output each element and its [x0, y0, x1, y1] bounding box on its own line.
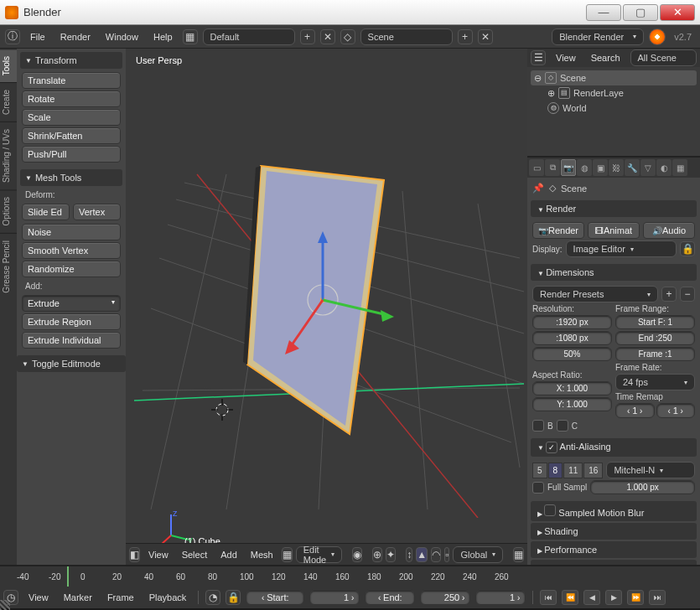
render-panel-header[interactable]: Render	[531, 200, 697, 217]
mode-icon[interactable]: ▦	[282, 547, 293, 562]
render-presets-dropdown[interactable]: Render Presets▾	[532, 286, 658, 302]
tab-constraints-icon[interactable]: ⛓	[609, 159, 624, 176]
timeline-menu-marker[interactable]: Marker	[59, 589, 97, 606]
aa-5-button[interactable]: 5	[532, 463, 547, 478]
tab-grease-pencil[interactable]: Grease Pencil	[0, 233, 17, 300]
jump-to-end-icon[interactable]: ⏭	[649, 590, 666, 605]
tab-renderlayers-icon[interactable]: ⧉	[545, 159, 560, 176]
window-minimize-button[interactable]: —	[586, 4, 621, 21]
aa-enable-checkbox[interactable]	[546, 442, 557, 453]
end-frame-value[interactable]: 250 ›	[420, 590, 470, 605]
shading-panel-header[interactable]: Shading	[531, 523, 697, 540]
manipulator-scale-icon[interactable]: ▫	[444, 547, 449, 562]
end-frame-field[interactable]: End :250	[615, 331, 695, 345]
motion-blur-panel-header[interactable]: Sampled Motion Blur	[531, 501, 697, 521]
lock-time-icon[interactable]: 🔒	[226, 590, 241, 605]
noise-button[interactable]: Noise	[22, 224, 121, 240]
drag-corner-icon[interactable]	[0, 600, 10, 610]
outliner-renderlayers-row[interactable]: ⊕ ▤ RenderLaye	[531, 85, 697, 101]
tab-tools[interactable]: Tools	[0, 49, 17, 82]
start-frame-value[interactable]: 1 ›	[309, 590, 360, 605]
remap-new-field[interactable]: ‹ 1 ›	[656, 403, 696, 418]
aa-8-button[interactable]: 8	[548, 463, 563, 478]
end-frame-field-timeline[interactable]: ‹ End:	[365, 590, 415, 605]
outliner-menu-search[interactable]: Search	[586, 49, 625, 66]
post-processing-panel-header[interactable]: Post Processing	[531, 560, 697, 565]
tab-modifiers-icon[interactable]: 🔧	[625, 159, 640, 176]
editor-type-icon[interactable]: ⓘ	[5, 29, 20, 44]
render-button[interactable]: 📷Render	[532, 222, 584, 239]
aa-11-button[interactable]: 11	[563, 463, 583, 478]
current-frame-field[interactable]: 1 ›	[475, 590, 526, 605]
outliner-world-row[interactable]: ◍ World	[531, 101, 697, 116]
screen-layout-dropdown[interactable]: Default	[203, 28, 295, 45]
remap-old-field[interactable]: ‹ 1 ›	[615, 403, 655, 418]
tab-data-icon[interactable]: ▽	[640, 159, 656, 176]
tab-shading-uvs[interactable]: Shading / UVs	[0, 121, 17, 189]
menu-help[interactable]: Help	[148, 28, 178, 45]
aa-filter-dropdown[interactable]: Mitchell-N▾	[606, 462, 695, 478]
motion-blur-checkbox[interactable]	[544, 504, 556, 516]
menu-file[interactable]: File	[25, 28, 50, 45]
jump-to-start-icon[interactable]: ⏮	[540, 590, 557, 605]
push-pull-button[interactable]: Push/Pull	[22, 146, 121, 163]
dimensions-panel-header[interactable]: Dimensions	[531, 264, 697, 281]
meshtools-panel-header[interactable]: Mesh Tools	[20, 169, 122, 186]
timeline-menu-view[interactable]: View	[23, 589, 54, 606]
render-engine-dropdown[interactable]: Blender Render▾	[552, 28, 644, 45]
randomize-button[interactable]: Randomize	[22, 261, 121, 277]
manipulator-translate-icon[interactable]: ▲	[416, 547, 428, 562]
pivot-individual-icon[interactable]: ✦	[386, 547, 396, 562]
scene-dropdown[interactable]: Scene	[360, 28, 453, 45]
extrude-individual-button[interactable]: Extrude Individual	[22, 332, 121, 349]
menu-window[interactable]: Window	[101, 28, 143, 45]
outliner-menu-view[interactable]: View	[551, 49, 581, 66]
aspect-y-field[interactable]: Y: 1.000	[532, 397, 612, 411]
fps-dropdown[interactable]: 24 fps▾	[615, 374, 695, 390]
layout-delete-button[interactable]: ✕	[320, 29, 335, 44]
resolution-x-field[interactable]: :1920 px	[532, 315, 612, 329]
keyframe-next-icon[interactable]: ⏩	[627, 590, 644, 605]
animation-button[interactable]: 🎞Animat	[588, 222, 640, 239]
3dview-menu-view[interactable]: View	[143, 546, 174, 563]
pixel-filter-size-field[interactable]: 1.000 px	[590, 480, 695, 494]
full-sample-checkbox[interactable]	[532, 482, 544, 494]
shrink-fatten-button[interactable]: Shrink/Fatten	[22, 127, 121, 144]
outliner-scene-row[interactable]: ⊖ ◇ Scene	[531, 70, 697, 85]
timeline-ruler[interactable]: -40 -20 0 20 40 60 80 100 120 140 160 18…	[0, 566, 700, 587]
preset-add-button[interactable]: +	[661, 287, 677, 302]
3dview-menu-add[interactable]: Add	[215, 546, 242, 563]
scene-browse-icon[interactable]: ◇	[340, 29, 355, 44]
3dview-editor-icon[interactable]: ◧	[129, 547, 140, 562]
extrude-region-button[interactable]: Extrude Region	[22, 313, 121, 330]
resolution-pct-field[interactable]: 50%	[532, 347, 612, 361]
crop-checkbox[interactable]	[557, 420, 568, 432]
slide-edge-button[interactable]: Slide Ed	[22, 204, 70, 220]
frame-step-field[interactable]: Frame :1	[615, 347, 695, 361]
playhead[interactable]	[67, 566, 69, 587]
tab-render-icon[interactable]: ▭	[529, 159, 544, 176]
timeline-menu-frame[interactable]: Frame	[102, 589, 139, 606]
translate-button[interactable]: Translate	[22, 72, 121, 89]
use-preview-range-icon[interactable]: ◔	[205, 590, 220, 605]
tab-texture-icon[interactable]: ▦	[672, 159, 687, 176]
tab-options[interactable]: Options	[0, 189, 17, 232]
outliner-display-mode[interactable]: All Scene	[630, 49, 697, 66]
scene-add-button[interactable]: +	[458, 29, 473, 44]
resolution-y-field[interactable]: :1080 px	[532, 331, 612, 345]
menu-render[interactable]: Render	[55, 28, 96, 45]
tab-create[interactable]: Create	[0, 82, 17, 121]
3d-viewport[interactable]: User Persp	[126, 49, 527, 565]
layout-browse-icon[interactable]: ▦	[183, 29, 198, 44]
transform-panel-header[interactable]: Transform	[20, 52, 122, 69]
aa-16-button[interactable]: 16	[583, 463, 603, 478]
rotate-button[interactable]: Rotate	[22, 90, 121, 107]
keyframe-prev-icon[interactable]: ⏪	[562, 590, 578, 605]
scene-delete-button[interactable]: ✕	[478, 29, 493, 44]
window-close-button[interactable]: ✕	[660, 4, 695, 21]
3dview-menu-mesh[interactable]: Mesh	[246, 546, 278, 563]
orientation-dropdown[interactable]: Global▾	[453, 546, 503, 563]
border-checkbox[interactable]	[532, 420, 544, 432]
display-dropdown[interactable]: Image Editor▾	[566, 240, 677, 257]
outliner-editor-icon[interactable]: ☰	[531, 50, 546, 65]
